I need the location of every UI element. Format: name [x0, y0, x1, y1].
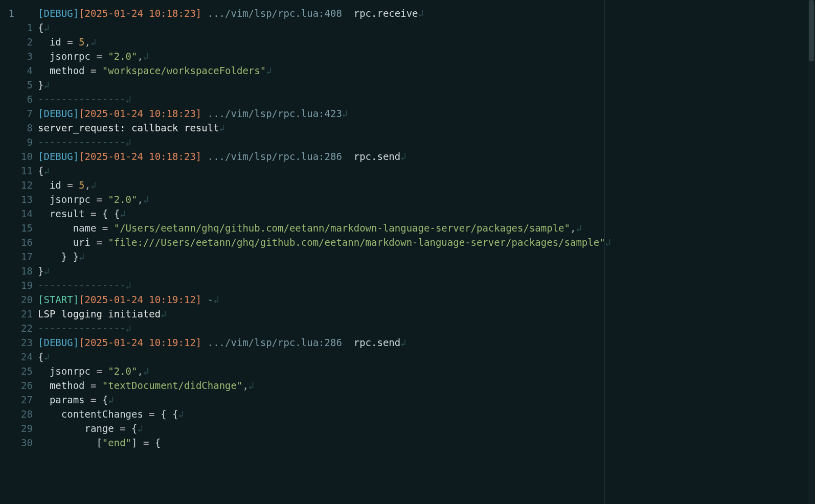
log-level-tag: [DEBUG]: [38, 337, 79, 348]
eol-icon: ↲: [90, 179, 96, 191]
code-line[interactable]: {↲: [38, 20, 815, 35]
code-line[interactable]: id = 5,↲: [38, 178, 815, 192]
code-line[interactable]: ---------------↲: [38, 135, 815, 149]
code-line[interactable]: result = { {↲: [38, 207, 815, 221]
code-token: 5: [79, 179, 84, 191]
code-line[interactable]: name = "/Users/eetann/ghq/github.com/eet…: [38, 221, 815, 235]
code-line[interactable]: {↲: [38, 350, 815, 364]
line-number-sub: 16: [19, 235, 33, 249]
code-token: [38, 36, 50, 48]
log-timestamp: [2025-01-24 10:18:23]: [79, 8, 201, 19]
code-token: =: [90, 51, 108, 62]
line-number-main: [0, 378, 14, 393]
code-line[interactable]: method = "workspace/workspaceFolders"↲: [38, 63, 815, 78]
code-line[interactable]: LSP logging initiated↲: [38, 307, 815, 321]
code-token: [38, 194, 50, 205]
code-token: =: [61, 36, 79, 48]
code-token: range: [85, 423, 114, 434]
code-line[interactable]: {↲: [38, 164, 815, 178]
line-number-sub: 18: [19, 264, 33, 278]
code-token: method: [50, 65, 85, 76]
code-line[interactable]: server_request: callback result↲: [38, 121, 815, 135]
line-number-main: [0, 221, 14, 235]
line-number-main: [0, 436, 14, 450]
line-number-sub: 15: [19, 221, 33, 235]
log-function: rpc.send: [342, 337, 400, 348]
line-number-sub: 19: [19, 278, 33, 292]
line-number-main: [0, 264, 14, 278]
code-token: "2.0": [108, 51, 137, 62]
eol-icon: ↲: [605, 237, 611, 248]
code-line[interactable]: ---------------↲: [38, 278, 815, 292]
eol-icon: ↲: [248, 380, 254, 391]
scroll-thumb[interactable]: [809, 0, 814, 61]
code-line[interactable]: ---------------↲: [38, 92, 815, 106]
column-ruler: [604, 0, 605, 504]
code-token: LSP logging initiated: [38, 308, 161, 319]
code-content[interactable]: [DEBUG][2025-01-24 10:18:23] .../vim/lsp…: [38, 0, 815, 504]
line-number-sub: 3: [19, 49, 33, 63]
code-line[interactable]: [DEBUG][2025-01-24 10:18:23] .../vim/lsp…: [38, 106, 815, 121]
code-line[interactable]: method = "textDocument/didChange",↲: [38, 378, 815, 393]
line-number-sub: 30: [19, 436, 33, 450]
line-number-main: [0, 35, 14, 49]
log-level-tag: [DEBUG]: [38, 8, 79, 19]
eol-icon: ↲: [342, 108, 348, 119]
code-token: [38, 237, 73, 248]
eol-icon: ↲: [418, 8, 424, 19]
code-line[interactable]: jsonrpc = "2.0",↲: [38, 192, 815, 207]
code-line[interactable]: } }↲: [38, 249, 815, 264]
code-line[interactable]: id = 5,↲: [38, 35, 815, 49]
code-line[interactable]: ---------------↲: [38, 321, 815, 335]
code-editor[interactable]: 1 12345678910111213141516171819202122232…: [0, 0, 815, 504]
line-number-main: [0, 335, 14, 350]
eol-icon: ↲: [120, 208, 125, 219]
line-number-sub: 14: [19, 207, 33, 221]
code-line[interactable]: ["end"] = {: [38, 436, 815, 450]
line-number-main: [0, 364, 14, 378]
eol-icon: ↲: [79, 251, 84, 262]
code-line[interactable]: }↲: [38, 78, 815, 92]
vertical-scrollbar[interactable]: [808, 0, 815, 504]
code-line[interactable]: range = {↲: [38, 421, 815, 436]
code-line[interactable]: params = {↲: [38, 393, 815, 407]
code-line[interactable]: [START][2025-01-24 10:19:12] -↲: [38, 292, 815, 307]
code-line[interactable]: jsonrpc = "2.0",↲: [38, 364, 815, 378]
code-line[interactable]: [DEBUG][2025-01-24 10:19:12] .../vim/lsp…: [38, 335, 815, 350]
separator: ---------------: [38, 280, 126, 291]
line-number-main: [0, 164, 14, 178]
log-source-path: .../vim/lsp/rpc.lua:286: [201, 151, 342, 162]
code-line[interactable]: [DEBUG][2025-01-24 10:18:23] .../vim/lsp…: [38, 6, 815, 20]
line-number-sub: 6: [19, 92, 33, 106]
code-line[interactable]: jsonrpc = "2.0",↲: [38, 49, 815, 63]
code-line[interactable]: contentChanges = { {↲: [38, 407, 815, 421]
code-token: [38, 380, 50, 391]
code-token: [38, 365, 50, 377]
line-gutter-sub: 1234567891011121314151617181920212223242…: [19, 0, 38, 504]
line-number-main: [0, 278, 14, 292]
eol-icon: ↲: [43, 165, 49, 176]
line-number-main: [0, 421, 14, 436]
code-token: {: [38, 22, 43, 33]
log-level-tag: [DEBUG]: [38, 108, 79, 119]
log-level-tag: [START]: [38, 294, 79, 305]
line-number-main: [0, 92, 14, 106]
eol-icon: ↲: [43, 22, 49, 33]
code-token: [38, 208, 50, 219]
eol-icon: ↲: [219, 122, 225, 133]
code-token: =: [138, 437, 155, 448]
eol-icon: ↲: [143, 365, 149, 377]
eol-icon: ↲: [143, 51, 149, 62]
line-number-main: [0, 350, 14, 364]
eol-icon: ↲: [108, 394, 114, 405]
code-token: id: [50, 36, 61, 48]
code-line[interactable]: }↲: [38, 264, 815, 278]
code-line[interactable]: uri = "file:///Users/eetann/ghq/github.c…: [38, 235, 815, 249]
line-number-main: [0, 178, 14, 192]
separator: ---------------: [38, 136, 126, 148]
code-token: id: [50, 179, 61, 191]
line-number-main: [0, 49, 14, 63]
code-line[interactable]: [DEBUG][2025-01-24 10:18:23] .../vim/lsp…: [38, 149, 815, 164]
line-number-main: [0, 393, 14, 407]
line-number-sub: 10: [19, 149, 33, 164]
